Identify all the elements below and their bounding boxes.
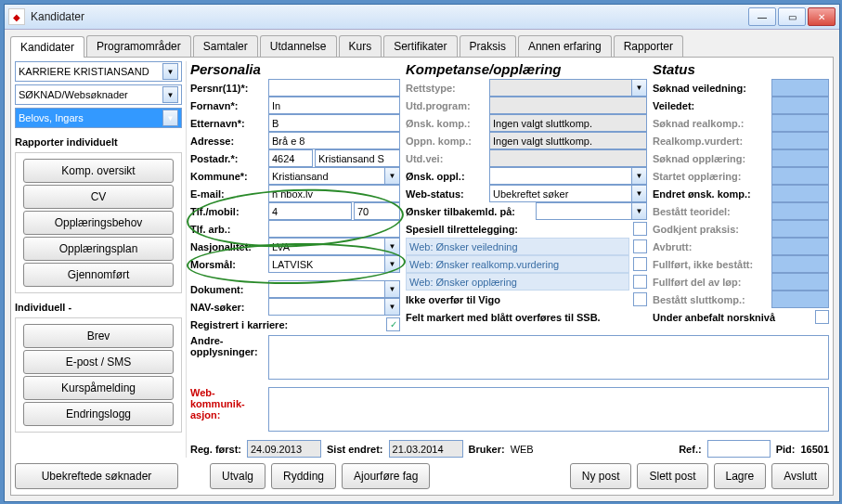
- adresse-input[interactable]: Brå e 8: [268, 132, 400, 149]
- onskoppl-input[interactable]: [489, 167, 632, 185]
- chevron-down-icon[interactable]: ▼: [632, 167, 647, 185]
- tab-programomrader[interactable]: Programområder: [86, 35, 191, 57]
- status-value[interactable]: [771, 132, 829, 149]
- btn-utvalg[interactable]: Utvalg: [210, 463, 266, 489]
- tab-kurs[interactable]: Kurs: [339, 35, 382, 57]
- chevron-down-icon[interactable]: ▼: [632, 79, 647, 97]
- chevron-down-icon[interactable]: ▼: [385, 280, 400, 298]
- minimize-button[interactable]: —: [748, 7, 776, 26]
- chevron-down-icon[interactable]: ▼: [385, 255, 400, 273]
- chevron-down-icon[interactable]: ▼: [162, 63, 178, 80]
- close-button[interactable]: ✕: [808, 7, 836, 26]
- btn-ubekreftede[interactable]: Ubekreftede søknader: [15, 463, 178, 489]
- tab-annen-erfaring[interactable]: Annen erfaring: [518, 35, 612, 57]
- status-value[interactable]: [771, 185, 829, 202]
- btn-epost-sms[interactable]: E-post / SMS: [23, 350, 174, 374]
- ikkeover-checkbox[interactable]: [633, 292, 647, 306]
- ref-input[interactable]: [707, 440, 771, 458]
- utdprog-input[interactable]: [489, 97, 647, 114]
- tab-bar: Kandidater Programområder Samtaler Utdan…: [5, 30, 839, 57]
- tab-sertifikater[interactable]: Sertifikater: [383, 35, 457, 57]
- norsk-checkbox[interactable]: [815, 310, 829, 324]
- onskoppl-label: Ønsk. oppl.:: [406, 171, 489, 182]
- app-window: ◆ Kandidater — ▭ ✕ Kandidater Programomr…: [4, 4, 840, 502]
- tlfarb-input[interactable]: [268, 220, 400, 238]
- kommune-input[interactable]: Kristiansand: [268, 167, 385, 185]
- btn-komp-oversikt[interactable]: Komp. oversikt: [23, 159, 174, 183]
- chevron-down-icon[interactable]: ▼: [385, 167, 400, 185]
- window-title: Kandidater: [31, 10, 748, 23]
- btn-kurspamelding[interactable]: Kurspåmelding: [23, 376, 174, 400]
- chevron-down-icon[interactable]: ▼: [632, 202, 647, 220]
- email-label: E-mail:: [190, 188, 268, 200]
- btn-slett[interactable]: Slett post: [637, 463, 707, 489]
- nasj-input[interactable]: LVA: [268, 238, 385, 255]
- maximize-button[interactable]: ▭: [778, 7, 806, 26]
- status-value[interactable]: [771, 114, 829, 132]
- persnr-input[interactable]: [268, 79, 400, 97]
- tlf1-input[interactable]: 4: [268, 202, 352, 220]
- chevron-down-icon[interactable]: ▼: [632, 185, 647, 202]
- footer-bar: Ubekreftede søknader Utvalg Rydding Ajou…: [15, 458, 829, 491]
- status-value[interactable]: [771, 238, 829, 255]
- onsktilbake-input[interactable]: [536, 202, 632, 220]
- webkomm-textarea[interactable]: [268, 387, 829, 432]
- btn-gjennomfort[interactable]: Gjennomført: [23, 263, 174, 287]
- tab-rapporter[interactable]: Rapporter: [614, 35, 683, 57]
- poststed-input[interactable]: Kristiansand S: [315, 149, 400, 167]
- regkarr-checkbox[interactable]: ✓: [386, 317, 400, 331]
- spesiell-checkbox[interactable]: [633, 222, 647, 236]
- btn-opplaeringsplan[interactable]: Opplæringsplan: [23, 237, 174, 261]
- btn-lagre[interactable]: Lagre: [714, 463, 767, 489]
- chevron-down-icon[interactable]: ▼: [385, 298, 400, 316]
- btn-avslutt[interactable]: Avslutt: [771, 463, 829, 489]
- tab-kandidater[interactable]: Kandidater: [10, 36, 84, 58]
- btn-opplaeringsbehov[interactable]: Opplæringsbehov: [23, 211, 174, 235]
- combo-candidate[interactable]: Belovs, Ingars ▼: [15, 108, 182, 128]
- combo-karriere[interactable]: KARRIERE KRISTIANSAND ▼: [15, 61, 182, 82]
- persnr-label: Persnr(11)*:: [190, 83, 268, 94]
- web-opplaering-checkbox[interactable]: [633, 275, 647, 289]
- web-realkomp-checkbox[interactable]: [633, 257, 647, 271]
- onskkomp-input[interactable]: Ingen valgt sluttkomp.: [489, 114, 647, 132]
- chevron-down-icon[interactable]: ▼: [162, 110, 178, 126]
- dokument-input[interactable]: [268, 280, 385, 298]
- utdvei-input[interactable]: [489, 149, 647, 167]
- retts-input[interactable]: [489, 79, 632, 97]
- status-value[interactable]: [771, 291, 829, 308]
- chevron-down-icon[interactable]: ▼: [162, 86, 178, 103]
- status-value[interactable]: [771, 149, 829, 167]
- fornavn-input[interactable]: In: [268, 97, 400, 114]
- oppnkomp-input[interactable]: Ingen valgt sluttkomp.: [489, 132, 647, 149]
- tab-samtaler[interactable]: Samtaler: [193, 35, 258, 57]
- btn-nypost[interactable]: Ny post: [570, 463, 632, 489]
- nav-input[interactable]: [268, 298, 385, 316]
- btn-ajour[interactable]: Ajourføre fag: [342, 463, 430, 489]
- btn-endringslogg[interactable]: Endringslogg: [23, 402, 174, 426]
- webstatus-input[interactable]: Ubekreftet søker: [489, 185, 632, 202]
- btn-cv[interactable]: CV: [23, 185, 174, 209]
- andre-textarea[interactable]: [268, 335, 829, 380]
- tlf2-input[interactable]: 70: [354, 202, 400, 220]
- morsmal-input[interactable]: LATVISK: [268, 255, 385, 273]
- combo-soknad[interactable]: SØKNAD/Websøknader ▼: [15, 84, 182, 105]
- postnr-input[interactable]: 4624: [268, 149, 313, 167]
- onskkomp-label: Ønsk. komp.:: [406, 118, 489, 129]
- status-value[interactable]: [771, 167, 829, 185]
- status-value[interactable]: [771, 97, 829, 114]
- email-input[interactable]: n nbox.lv: [268, 185, 400, 202]
- status-value[interactable]: [771, 202, 829, 220]
- chevron-down-icon[interactable]: ▼: [385, 238, 400, 255]
- web-veiledning-checkbox[interactable]: [633, 239, 647, 253]
- status-value[interactable]: [771, 220, 829, 238]
- status-label: Søknad realkomp.:: [653, 118, 771, 129]
- status-value[interactable]: [771, 79, 829, 97]
- web-realkomp: Web: Ønsker realkomp.vurdering: [406, 255, 629, 273]
- tab-praksis[interactable]: Praksis: [460, 35, 516, 57]
- status-value[interactable]: [771, 255, 829, 273]
- etternavn-input[interactable]: B: [268, 114, 400, 132]
- btn-rydding[interactable]: Rydding: [271, 463, 336, 489]
- btn-brev[interactable]: Brev: [23, 324, 174, 348]
- status-value[interactable]: [771, 273, 829, 291]
- tab-utdannelse[interactable]: Utdannelse: [260, 35, 337, 57]
